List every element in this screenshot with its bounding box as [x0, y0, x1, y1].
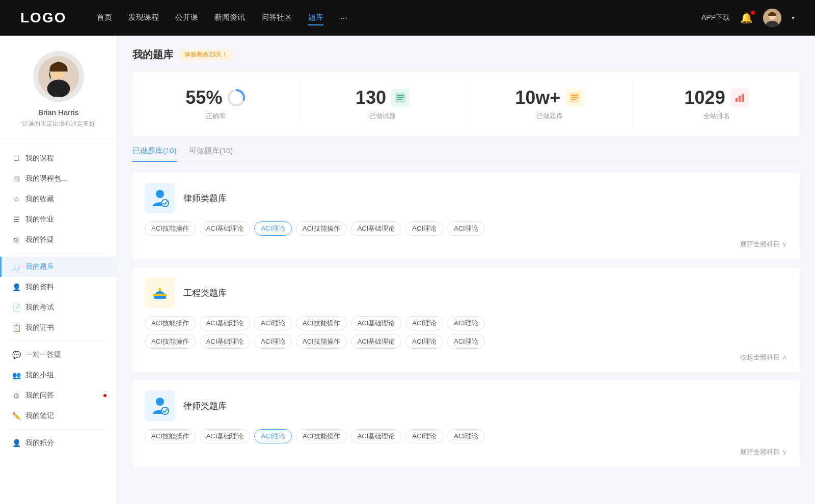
qbank-lawyer-1: 律师类题库 ACI技能操作 ACI基础理论 ACI理论 ACI技能操作 ACI基… [132, 173, 800, 259]
logo[interactable]: LOGO [20, 10, 66, 26]
accuracy-pie-chart [227, 89, 246, 107]
stat-done-label: 已做试题 [310, 111, 456, 121]
app-download-button[interactable]: APP下载 [701, 13, 730, 22]
tag-6[interactable]: ACI理论 [447, 221, 485, 236]
tag-1[interactable]: ACI基础理论 [200, 221, 251, 236]
my-notes-icon: ✏️ [12, 412, 20, 420]
eng2-tag-5[interactable]: ACI理论 [405, 334, 443, 349]
notification-badge [751, 11, 755, 15]
eng-tag-2[interactable]: ACI理论 [254, 316, 292, 330]
stat-banks-label: 已做题库 [477, 111, 623, 121]
user-avatar[interactable] [763, 9, 781, 27]
qbank-title-lawyer-2: 律师类题库 [183, 400, 227, 412]
svg-rect-10 [397, 97, 404, 98]
my-points-icon: 👤 [12, 439, 20, 447]
trial-badge: 体验剩余23天！ [179, 49, 233, 61]
l2-tag-0[interactable]: ACI技能操作 [145, 429, 196, 443]
nav-qa[interactable]: 问答社区 [261, 11, 292, 25]
qbank-title-lawyer-1: 律师类题库 [183, 192, 227, 204]
stat-accuracy-label: 正确率 [143, 111, 289, 121]
stat-rank-label: 全站排名 [643, 111, 790, 121]
nav-discover[interactable]: 发现课程 [128, 11, 159, 25]
expand-button-lawyer-2[interactable]: 展开全部科目 ∨ [145, 447, 787, 457]
svg-point-19 [156, 190, 164, 198]
eng-tag-1[interactable]: ACI基础理论 [200, 316, 251, 330]
l2-tag-1[interactable]: ACI基础理论 [200, 429, 251, 443]
l2-tag-6[interactable]: ACI理论 [447, 429, 485, 443]
l2-tag-2-active[interactable]: ACI理论 [254, 429, 292, 443]
l2-tag-5[interactable]: ACI理论 [405, 429, 443, 443]
eng-tag-3[interactable]: ACI技能操作 [296, 316, 347, 330]
nav-more[interactable]: ··· [340, 11, 347, 25]
tag-3[interactable]: ACI技能操作 [296, 221, 347, 236]
sidebar-item-label: 我的考试 [25, 303, 54, 312]
svg-rect-14 [571, 97, 578, 98]
tag-2-active[interactable]: ACI理论 [254, 221, 292, 236]
tab-done-banks[interactable]: 已做题库(10) [132, 146, 177, 162]
sidebar-item-my-answers[interactable]: ⊙ 我的答疑 [0, 230, 117, 250]
sidebar-item-my-notes[interactable]: ✏️ 我的笔记 [0, 406, 117, 426]
homework-icon: ☰ [12, 215, 20, 223]
eng2-tag-6[interactable]: ACI理论 [447, 334, 485, 349]
sidebar-item-my-courses[interactable]: ☐ 我的课程 [0, 148, 117, 169]
sidebar-item-label: 我的问答 [25, 391, 54, 400]
my-qa-icon: ⊙ [12, 391, 20, 400]
eng2-tag-3[interactable]: ACI技能操作 [296, 334, 347, 349]
sidebar-item-my-group[interactable]: 👥 我的小组 [0, 365, 117, 385]
sidebar-item-certificate[interactable]: 📋 我的证书 [0, 318, 117, 338]
qbank-header-lawyer-2: 律师类题库 [145, 390, 787, 421]
tag-4[interactable]: ACI基础理论 [351, 221, 402, 236]
sidebar-item-my-exam[interactable]: 📄 我的考试 [0, 297, 117, 318]
done-questions-icon [391, 89, 410, 107]
user-dropdown-arrow[interactable]: ▾ [792, 14, 795, 21]
sidebar-item-label: 我的课程 [25, 154, 54, 163]
qbank-lawyer-2: 律师类题库 ACI技能操作 ACI基础理论 ACI理论 ACI技能操作 ACI基… [132, 380, 800, 467]
certificate-icon: 📋 [12, 324, 20, 332]
l2-tag-4[interactable]: ACI基础理论 [351, 429, 402, 443]
sidebar-item-label: 我的题库 [25, 262, 54, 271]
eng-tag-6[interactable]: ACI理论 [447, 316, 485, 330]
sidebar-item-favorites[interactable]: ☆ 我的收藏 [0, 189, 117, 209]
tab-available-banks[interactable]: 可做题库(10) [189, 146, 233, 162]
eng-tag-5[interactable]: ACI理论 [405, 316, 443, 330]
my-exam-icon: 📄 [12, 303, 20, 312]
eng2-tag-0[interactable]: ACI技能操作 [145, 334, 196, 349]
svg-rect-17 [739, 96, 741, 102]
expand-button-lawyer-1[interactable]: 展开全部科目 ∨ [145, 240, 787, 249]
eng-tag-4[interactable]: ACI基础理论 [351, 316, 402, 330]
eng2-tag-2[interactable]: ACI理论 [254, 334, 292, 349]
nav-news[interactable]: 新闻资讯 [214, 11, 245, 25]
nav-home[interactable]: 首页 [97, 11, 112, 25]
my-courses-icon: ☐ [12, 154, 20, 162]
l2-tag-3[interactable]: ACI技能操作 [296, 429, 347, 443]
tag-5[interactable]: ACI理论 [405, 221, 443, 236]
sidebar-item-qbank[interactable]: ▤ 我的题库 [0, 257, 117, 277]
profile-avatar [33, 51, 84, 102]
collapse-button-engineer[interactable]: 收起全部科目 ∧ [145, 353, 787, 362]
eng-tag-0[interactable]: ACI技能操作 [145, 316, 196, 330]
nav-qbank[interactable]: 题库 [308, 11, 323, 25]
sidebar-item-course-packages[interactable]: ▦ 我的课程包... [0, 169, 117, 189]
sidebar-item-homework[interactable]: ☰ 我的作业 [0, 209, 117, 230]
eng2-tag-1[interactable]: ACI基础理论 [200, 334, 251, 349]
sidebar-item-label: 我的证书 [25, 323, 54, 332]
stat-done-questions: 130 已做试题 [300, 82, 467, 126]
notification-bell[interactable]: 🔔 [740, 12, 753, 24]
sidebar-item-my-data[interactable]: 👤 我的资料 [0, 277, 117, 297]
stat-rank-top: 1029 [643, 87, 790, 108]
lawyer-icon-1 [145, 183, 175, 213]
sidebar-item-one-on-one[interactable]: 💬 一对一答疑 [0, 345, 117, 365]
eng2-tag-4[interactable]: ACI基础理论 [351, 334, 402, 349]
lawyer-icon-2 [145, 390, 175, 421]
nav-open-course[interactable]: 公开课 [175, 11, 198, 25]
tag-0[interactable]: ACI技能操作 [145, 221, 196, 236]
sidebar-divider-1 [10, 253, 106, 254]
qbank-tabs: 已做题库(10) 可做题库(10) [132, 146, 800, 162]
profile-name: Brian Harris [10, 108, 106, 117]
qa-notification-dot [103, 394, 106, 397]
sidebar-item-my-points[interactable]: 👤 我的积分 [0, 433, 117, 453]
sidebar-item-my-qa[interactable]: ⊙ 我的问答 [0, 385, 117, 406]
engineer-icon [145, 277, 175, 308]
favorites-icon: ☆ [12, 195, 20, 203]
sidebar-profile: Brian Harris 错误的决定比没有决定要好 [0, 51, 117, 139]
